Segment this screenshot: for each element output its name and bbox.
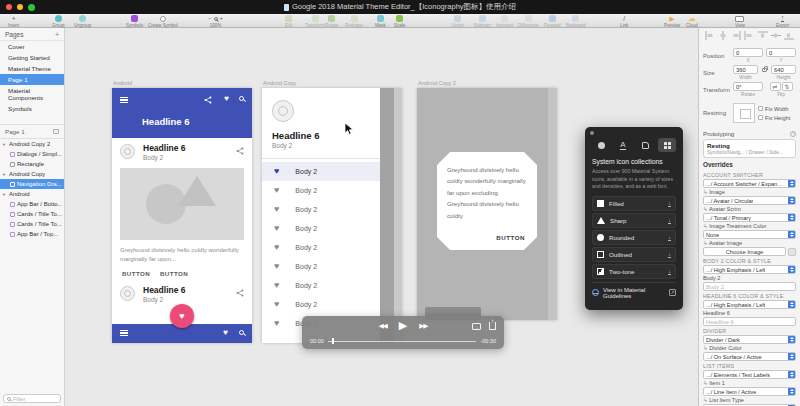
download-icon[interactable]: ↓ (668, 234, 671, 241)
height-input[interactable] (771, 65, 796, 74)
toolbar-item-group[interactable]: Group (52, 15, 65, 28)
sidebar-page-cover[interactable]: Cover (0, 41, 64, 52)
icon-collection-outlined[interactable]: Outlined↓ (592, 247, 676, 262)
icon-collection-twotone[interactable]: Two-tone↓ (592, 264, 676, 279)
text-button[interactable]: BUTTON (122, 270, 150, 277)
choose-image-button[interactable]: Choose Image (703, 247, 786, 256)
dialog-button[interactable]: BUTTON (496, 234, 525, 241)
layer-navigation-dra-[interactable]: Navigation Dra... (0, 179, 64, 189)
drawer-item[interactable]: ♥Body 2 (262, 238, 380, 257)
override-dropdown[interactable]: .../ High Emphasis / Left (703, 300, 796, 309)
override-dropdown[interactable]: .../ On Surface / Active (703, 352, 796, 361)
override-dropdown[interactable]: .../ Line Item / Active (703, 387, 796, 396)
toolbar-item-mask[interactable]: Mask (375, 15, 386, 28)
toolbar-item-symbols[interactable]: Symbols (126, 15, 143, 28)
rotation-input[interactable] (733, 82, 763, 91)
share-icon[interactable] (489, 322, 496, 330)
drawer-item[interactable]: ♥Body 2 (262, 162, 380, 181)
info-icon[interactable]: ? (790, 131, 796, 137)
disclosure-icon[interactable]: ▼ (2, 172, 7, 177)
disclosure-icon[interactable]: ▼ (2, 142, 7, 147)
override-dropdown[interactable]: .../ Elements / Text Labels (703, 370, 796, 379)
drawer-item[interactable]: ♥Body 2 (262, 276, 380, 295)
override-dropdown[interactable]: .../ High Emphasis / Left (703, 265, 796, 274)
layer-filter-input[interactable]: Filter (3, 394, 61, 403)
sidebar-page-symbols[interactable]: Symbols (0, 103, 64, 114)
typography-tab[interactable]: A (614, 138, 632, 152)
progress-track[interactable] (328, 341, 477, 342)
disclosure-icon[interactable]: ▼ (2, 192, 7, 197)
layer-android[interactable]: ▼Android (0, 189, 64, 199)
symbol-master-card[interactable]: Resting Symbols/Navig... / Drawer / Side… (703, 139, 796, 158)
fix-height-checkbox[interactable]: Fix Height (758, 115, 790, 121)
layer-cards-title-to-[interactable]: Cards / Title To... (0, 219, 64, 229)
layer-rectangle[interactable]: Rectangle (0, 159, 64, 169)
flip-horizontal-button[interactable]: ⇄ (770, 82, 781, 91)
toolbar-item-insert[interactable]: +Insert (8, 15, 19, 28)
add-page-button[interactable]: + (55, 31, 59, 38)
share-icon[interactable] (236, 289, 244, 297)
sidebar-page-page-1[interactable]: Page 1 (0, 74, 64, 85)
toolbar-item-edit[interactable]: Edit (285, 15, 293, 28)
color-tab[interactable] (592, 138, 610, 152)
text-button[interactable]: BUTTON (160, 270, 188, 277)
toolbar-item-cloud[interactable]: ☁Cloud (686, 15, 698, 28)
forward-button[interactable]: ▶▶ (419, 322, 427, 330)
override-dropdown[interactable]: Divider / Dark (703, 335, 796, 344)
position-y-input[interactable] (766, 48, 796, 57)
share-icon[interactable] (204, 96, 212, 104)
download-icon[interactable]: ↓ (668, 217, 671, 224)
artboard-android-copy[interactable]: Android Copy Headline 6 Body 2 ♥Body 2♥B… (262, 88, 402, 343)
fab-button[interactable]: ♥ (170, 304, 194, 328)
airplay-icon[interactable] (472, 323, 481, 330)
override-text-input[interactable] (703, 317, 796, 326)
align-center-v-icon[interactable] (771, 31, 781, 41)
share-icon[interactable] (236, 147, 244, 155)
width-input[interactable] (733, 65, 758, 74)
download-icon[interactable]: ↓ (668, 200, 671, 207)
align-right-icon[interactable] (731, 31, 741, 41)
drawer-item[interactable]: ♥Body 2 (262, 200, 380, 219)
play-button[interactable]: ▶ (399, 320, 407, 331)
toolbar-item-union[interactable]: Union (452, 15, 464, 28)
toolbar-item-view[interactable]: View (735, 15, 745, 28)
sidebar-page-material-components[interactable]: Material Components (0, 85, 64, 103)
toolbar-item-forward[interactable]: Forward (544, 15, 561, 28)
navigation-drawer[interactable]: Headline 6 Body 2 ♥Body 2♥Body 2♥Body 2♥… (262, 88, 380, 343)
override-dropdown[interactable]: .../ Tonal / Primary (703, 213, 796, 222)
menu-icon[interactable] (120, 330, 128, 336)
artboard-label[interactable]: Android Copy (263, 80, 296, 86)
flip-vertical-button[interactable]: ⇅ (782, 82, 793, 91)
override-dropdown[interactable]: .../ Account Switcher / Expanded (703, 179, 796, 188)
artboard-label[interactable]: Android (113, 80, 132, 86)
heart-icon[interactable]: ♥ (224, 95, 229, 103)
override-dropdown[interactable]: .../ Avatar / Circular (703, 196, 796, 205)
search-icon[interactable] (239, 330, 244, 335)
playhead[interactable] (332, 338, 334, 344)
toolbar-item-backward[interactable]: Backward (566, 15, 586, 28)
drawer-item[interactable]: ♥Body 2 (262, 219, 380, 238)
toolbar-item-create-symbol[interactable]: Create Symbol (148, 15, 178, 28)
artboard-label[interactable]: Android Copy 2 (418, 80, 456, 86)
canvas[interactable]: Android ♥ Headline 6 Headline 6 Body 2 (65, 28, 698, 406)
drawer-item[interactable]: ♥Body 2 (262, 181, 380, 200)
drawer-item[interactable]: ♥Body 2 (262, 295, 380, 314)
toolbar-item-transform[interactable]: Transform (305, 15, 325, 28)
icon-collection-filled[interactable]: Filled↓ (592, 196, 676, 211)
toolbar-item-subtract[interactable]: Subtract (474, 15, 491, 28)
layer-android-copy[interactable]: ▼Android Copy (0, 169, 64, 179)
toolbar-item-preview[interactable]: ▶Preview (664, 15, 680, 28)
layer-cards-title-to-[interactable]: Cards / Title To... (0, 209, 64, 219)
search-icon[interactable] (239, 96, 244, 101)
video-player[interactable]: ◀◀ ▶ ▶▶ 00:00 -00:30 (302, 316, 504, 349)
lock-icon[interactable] (762, 68, 767, 72)
layer-android-copy-2[interactable]: ▼Android Copy 2 (0, 139, 64, 149)
sidebar-page-getting-started[interactable]: Getting Started (0, 52, 64, 63)
layer-app-bar-top-[interactable]: App Bar / Top... (0, 229, 64, 239)
download-icon[interactable]: ↓ (668, 251, 671, 258)
override-dropdown[interactable]: None (703, 230, 796, 239)
layer-list-icon[interactable] (53, 129, 59, 134)
layer-dialogs-simpl-[interactable]: Dialogs / Simpl... (0, 149, 64, 159)
toolbar-item-export[interactable]: ↑Export (776, 15, 789, 28)
align-bottom-icon[interactable] (784, 31, 794, 41)
